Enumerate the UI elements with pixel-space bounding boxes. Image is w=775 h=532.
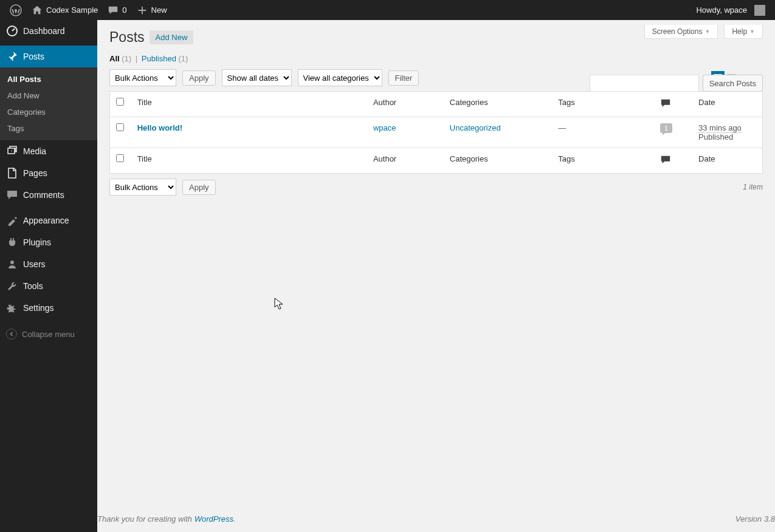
category-filter-select[interactable]: View all categories	[298, 69, 382, 86]
collapse-icon	[6, 329, 17, 339]
comments-bubble-menu[interactable]: 0	[103, 0, 131, 20]
sidebar-submenu-posts: All Posts Add New Categories Tags	[0, 67, 97, 140]
comments-icon	[6, 189, 18, 201]
collapse-menu-button[interactable]: Collapse menu	[0, 322, 97, 346]
select-all-top[interactable]	[116, 98, 124, 106]
plugin-icon	[6, 236, 18, 248]
my-account-menu[interactable]: Howdy, wpace	[691, 0, 770, 20]
sidebar-item-label: Media	[23, 146, 46, 156]
sidebar-item-posts[interactable]: Posts	[0, 46, 97, 67]
filter-published[interactable]: Published	[142, 54, 176, 63]
filter-all[interactable]: All	[109, 54, 120, 63]
footer-thankyou: Thank you for creating with WordPress.	[97, 514, 236, 523]
search-box: Search Posts	[590, 75, 763, 92]
sidebar-item-plugins[interactable]: Plugins	[0, 231, 97, 253]
post-date: 33 mins ago Published	[692, 117, 762, 148]
column-date[interactable]: Date	[692, 92, 762, 117]
sidebar-item-label: Dashboard	[23, 26, 65, 36]
apply-button-top[interactable]: Apply	[182, 70, 216, 86]
sidebar-item-label: Plugins	[23, 237, 51, 247]
column-author[interactable]: Author	[367, 92, 444, 117]
pin-icon	[6, 50, 18, 63]
caret-down-icon: ▼	[749, 29, 755, 35]
footer-version: Version 3.8	[735, 514, 775, 523]
site-name-menu[interactable]: Codex Sample	[27, 0, 103, 20]
svg-point-2	[10, 261, 14, 264]
dashboard-icon	[6, 25, 18, 37]
column-categories[interactable]: Categories	[444, 92, 552, 117]
settings-icon	[6, 302, 18, 314]
date-filter-select[interactable]: Show all dates	[222, 69, 292, 86]
avatar	[754, 5, 765, 16]
sidebar-subitem-categories[interactable]: Categories	[0, 104, 97, 120]
bulk-actions-select-top[interactable]: Bulk Actions	[109, 69, 176, 86]
sidebar-item-label: Pages	[23, 168, 47, 178]
wordpress-link[interactable]: WordPress	[195, 514, 233, 523]
caret-down-icon: ▼	[704, 29, 710, 35]
search-button[interactable]: Search Posts	[703, 75, 763, 92]
tools-icon	[6, 280, 18, 292]
sidebar-item-appearance[interactable]: Appearance	[0, 210, 97, 231]
sidebar-item-comments[interactable]: Comments	[0, 184, 97, 206]
sidebar-item-label: Settings	[23, 303, 54, 313]
column-tags[interactable]: Tags	[552, 92, 654, 117]
sidebar-item-label: Comments	[23, 190, 64, 200]
sidebar-item-label: Tools	[23, 281, 43, 291]
post-tags: —	[552, 117, 654, 148]
media-icon	[6, 145, 18, 157]
sidebar-item-media[interactable]: Media	[0, 140, 97, 162]
add-new-button[interactable]: Add New	[150, 30, 194, 44]
post-author-link[interactable]: wpace	[373, 123, 396, 132]
home-icon	[32, 5, 43, 16]
admin-topbar: Codex Sample 0 New Howdy, wpace	[0, 0, 775, 20]
filter-button[interactable]: Filter	[388, 70, 419, 86]
sidebar-item-users[interactable]: Users	[0, 253, 97, 275]
comment-icon	[108, 5, 119, 16]
column-title[interactable]: Title	[131, 92, 367, 117]
sidebar-item-label: Appearance	[23, 216, 69, 225]
admin-sidebar: Dashboard Posts All Posts Add New Catego…	[0, 20, 97, 532]
sidebar-item-label: Posts	[23, 52, 44, 61]
collapse-label: Collapse menu	[22, 330, 75, 339]
comment-icon	[660, 154, 671, 165]
post-category-link[interactable]: Uncategorized	[450, 123, 501, 132]
users-icon	[6, 258, 18, 270]
item-count-bottom: 1 item	[743, 183, 763, 191]
new-label: New	[151, 5, 167, 15]
tablenav-bottom: Bulk Actions Apply 1 item	[109, 179, 763, 196]
sidebar-subitem-add-new[interactable]: Add New	[0, 87, 97, 104]
apply-button-bottom[interactable]: Apply	[182, 180, 216, 195]
admin-footer: Thank you for creating with WordPress. V…	[97, 506, 775, 532]
new-content-menu[interactable]: New	[132, 0, 172, 20]
main-content: Screen Options ▼ Help ▼ Posts Add New Al…	[97, 20, 775, 532]
search-input[interactable]	[590, 75, 699, 92]
bulk-actions-select-bottom[interactable]: Bulk Actions	[109, 179, 176, 196]
screen-meta-tabs: Screen Options ▼ Help ▼	[644, 25, 763, 39]
row-checkbox[interactable]	[116, 123, 124, 131]
column-checkbox	[110, 92, 131, 117]
site-name-label: Codex Sample	[46, 5, 98, 15]
comments-count: 0	[122, 5, 126, 15]
column-comments[interactable]	[654, 92, 692, 117]
help-tab[interactable]: Help ▼	[724, 25, 763, 39]
wp-logo-menu[interactable]	[5, 0, 27, 20]
appearance-icon	[6, 214, 18, 227]
comment-icon	[660, 98, 671, 109]
sidebar-item-pages[interactable]: Pages	[0, 162, 97, 184]
howdy-label: Howdy, wpace	[696, 5, 747, 15]
sidebar-subitem-all-posts[interactable]: All Posts	[0, 71, 97, 87]
table-row: Hello world! wpace Uncategorized — 1 33 …	[110, 117, 763, 148]
sidebar-item-tools[interactable]: Tools	[0, 275, 97, 297]
posts-table: Title Author Categories Tags Date Hello …	[109, 91, 763, 174]
sidebar-item-dashboard[interactable]: Dashboard	[0, 20, 97, 42]
sidebar-subitem-tags[interactable]: Tags	[0, 120, 97, 137]
screen-options-tab[interactable]: Screen Options ▼	[644, 25, 718, 39]
select-all-bottom[interactable]	[116, 154, 124, 162]
plus-icon	[137, 5, 148, 16]
sidebar-item-label: Users	[23, 259, 46, 269]
comment-count-badge[interactable]: 1	[660, 123, 672, 133]
post-title-link[interactable]: Hello world!	[137, 123, 182, 132]
page-icon	[6, 167, 18, 179]
post-status-filters: All (1) | Published (1)	[109, 54, 763, 63]
sidebar-item-settings[interactable]: Settings	[0, 297, 97, 319]
